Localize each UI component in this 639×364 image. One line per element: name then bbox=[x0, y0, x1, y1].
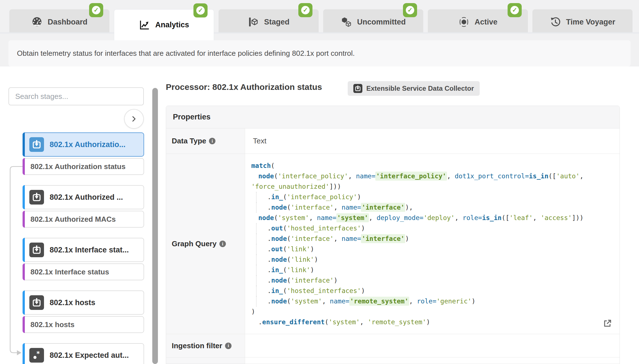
collector-icon bbox=[29, 137, 44, 152]
committed-check-badge: ✓ bbox=[403, 3, 417, 17]
processor-card-802-1x-expected-aut[interactable]: *802.1x Expected aut... bbox=[23, 343, 144, 364]
tab-time-voyager[interactable]: Time Voyager bbox=[532, 9, 633, 32]
info-icon[interactable]: i bbox=[225, 343, 232, 349]
active-icon bbox=[458, 16, 470, 28]
tab-active[interactable]: Active✓ bbox=[428, 9, 528, 32]
ingestion-filter-row: Ingestion filter i bbox=[166, 334, 620, 358]
ingestion-filter-value bbox=[245, 334, 620, 357]
page-title: Processor: 802.1x Authorization status bbox=[166, 82, 322, 92]
svg-text:*: * bbox=[36, 350, 40, 357]
stage-label: 802.1x Interface status bbox=[30, 268, 109, 276]
info-icon[interactable]: i bbox=[209, 138, 215, 144]
collector-icon bbox=[353, 84, 362, 93]
code-line: .ensure_different('system', 'remote_syst… bbox=[251, 317, 612, 327]
description-text: Obtain telemetry status for interfaces t… bbox=[8, 49, 355, 58]
stage-list: 802.1x Authorizatio...802.1x Authorizati… bbox=[23, 132, 144, 364]
tab-label: Time Voyager bbox=[566, 18, 615, 26]
processor-label: 802.1x Expected aut... bbox=[50, 351, 129, 360]
code-line: .node('system', name='remote_system', ro… bbox=[251, 296, 612, 307]
committed-check-badge: ✓ bbox=[89, 3, 103, 17]
collector-icon bbox=[29, 243, 44, 257]
stage-label: 802.1x Authorized MACs bbox=[30, 215, 116, 224]
data-type-label: Data Type i bbox=[166, 128, 245, 154]
graph-query-label: Graph Query i bbox=[166, 154, 245, 334]
ingestion-filter-label: Ingestion filter i bbox=[166, 334, 245, 357]
committed-check-badge: ✓ bbox=[508, 3, 522, 17]
tab-bar: Dashboard✓Analytics✓Staged✓Uncommitted✓A… bbox=[9, 9, 633, 40]
processor-card-802-1x-authorized[interactable]: 802.1x Authorized ... bbox=[23, 185, 144, 209]
data-type-value: Text bbox=[245, 128, 620, 154]
tab-label: Staged bbox=[264, 18, 289, 26]
processor-card-802-1x-hosts[interactable]: 802.1x hosts bbox=[23, 290, 144, 315]
collapse-sidebar-button[interactable] bbox=[124, 109, 144, 129]
processor-card-802-1x-interface-stat[interactable]: 802.1x Interface stat... bbox=[23, 238, 144, 262]
code-line: .node('interface') bbox=[251, 275, 612, 286]
processor-card-802-1x-authorizatio[interactable]: 802.1x Authorizatio... bbox=[23, 132, 144, 157]
processor-label: 802.1x Authorized ... bbox=[50, 193, 123, 202]
code-line: .node('interface', name='interface'), bbox=[251, 202, 612, 213]
code-line: .out('link') bbox=[251, 244, 612, 254]
code-line: ) bbox=[251, 307, 612, 317]
description-banner: Obtain telemetry status for interfaces t… bbox=[8, 40, 631, 66]
code-line: .out('hosted_interfaces') bbox=[251, 223, 612, 234]
code-line: .in_('hosted_interfaces') bbox=[251, 286, 612, 296]
code-line: .node('interface', name='interface') bbox=[251, 234, 612, 244]
stage-card-802-1x-interface-status[interactable]: 802.1x Interface status bbox=[23, 263, 144, 280]
code-line: .in_('link') bbox=[251, 265, 612, 275]
tab-label: Dashboard bbox=[48, 18, 87, 26]
properties-header: Properties bbox=[166, 106, 620, 128]
processor-label: 802.1x Interface stat... bbox=[50, 246, 129, 254]
tab-label: Analytics bbox=[155, 21, 189, 29]
staged-icon bbox=[248, 16, 259, 28]
stage-card-802-1x-authorization-status[interactable]: 802.1x Authorization status bbox=[23, 158, 144, 175]
collector-icon bbox=[29, 295, 44, 310]
processor-type-badge: Extensible Service Data Collector bbox=[348, 81, 480, 96]
code-line: .node('link') bbox=[251, 254, 612, 265]
tab-label: Uncommitted bbox=[357, 18, 406, 26]
processor-label: 802.1x hosts bbox=[50, 298, 95, 307]
processor-type-label: Extensible Service Data Collector bbox=[366, 85, 474, 92]
dashboard-icon bbox=[31, 16, 43, 28]
search-input[interactable] bbox=[8, 87, 144, 105]
stage-card-802-1x-authorized-macs[interactable]: 802.1x Authorized MACs bbox=[23, 211, 144, 228]
committed-check-badge: ✓ bbox=[298, 3, 312, 17]
graph-query-code: match(node('interface_policy', name='int… bbox=[251, 161, 612, 327]
tab-dashboard[interactable]: Dashboard✓ bbox=[9, 9, 109, 32]
chevron-right-icon bbox=[131, 116, 137, 122]
code-line: match( bbox=[251, 161, 612, 171]
time-voyager-icon bbox=[550, 16, 561, 28]
next-row-partial bbox=[166, 358, 620, 364]
data-type-row: Data Type i Text bbox=[166, 128, 620, 154]
committed-check-badge: ✓ bbox=[193, 3, 208, 17]
sidebar-scrollbar[interactable] bbox=[152, 88, 158, 364]
process-icon: * bbox=[29, 348, 44, 363]
tab-analytics[interactable]: Analytics✓ bbox=[114, 9, 214, 40]
code-line: node('interface_policy', name='interface… bbox=[251, 171, 612, 181]
uncommitted-icon bbox=[341, 16, 352, 28]
graph-query-row: Graph Query i match(node('interface_poli… bbox=[166, 154, 620, 334]
info-icon[interactable]: i bbox=[219, 241, 226, 247]
processor-label: 802.1x Authorizatio... bbox=[50, 140, 125, 149]
expand-query-icon[interactable] bbox=[603, 319, 612, 328]
stage-label: 802.1x Authorization status bbox=[30, 162, 125, 171]
stage-card-802-1x-hosts[interactable]: 802.1x hosts bbox=[23, 316, 144, 333]
tab-uncommitted[interactable]: Uncommitted✓ bbox=[323, 9, 423, 32]
graph-query-value: match(node('interface_policy', name='int… bbox=[245, 154, 620, 334]
properties-panel: Properties Data Type i Text Graph Query … bbox=[166, 106, 620, 364]
tab-staged[interactable]: Staged✓ bbox=[219, 9, 319, 32]
code-line: node('system', name='system', deploy_mod… bbox=[251, 213, 612, 223]
tab-label: Active bbox=[475, 18, 497, 26]
code-line: 'force_unauthorized'])) bbox=[251, 181, 612, 192]
stage-label: 802.1x hosts bbox=[30, 320, 74, 329]
analytics-icon bbox=[139, 19, 150, 31]
code-line: .in_('interface_policy') bbox=[251, 192, 612, 202]
collector-icon bbox=[29, 190, 44, 205]
